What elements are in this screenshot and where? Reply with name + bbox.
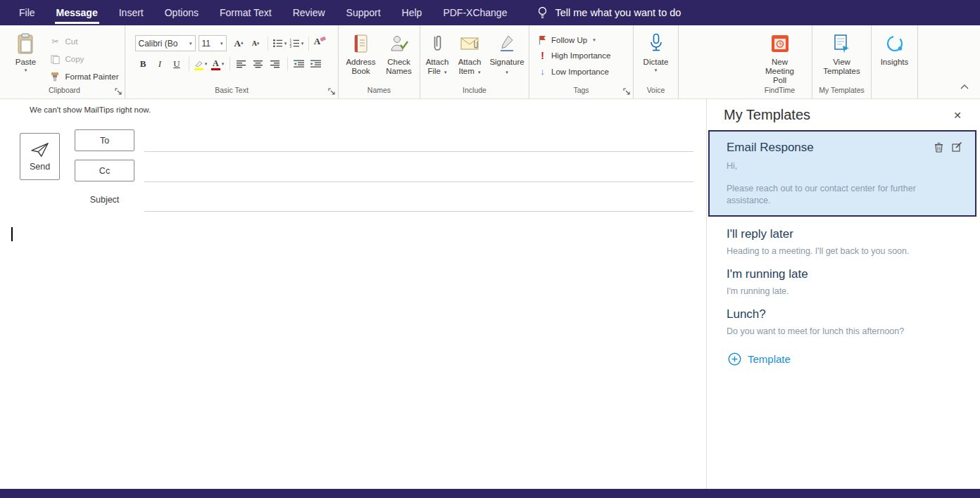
include-group-label: Include xyxy=(463,86,486,94)
basic-text-dialog-launcher-icon[interactable] xyxy=(327,87,336,96)
ribbon-spacer xyxy=(679,25,748,98)
format-painter-button[interactable]: Format Painter xyxy=(47,70,120,84)
address-book-button[interactable]: Address Book xyxy=(341,29,381,76)
ribbon-group-findtime: New Meeting Poll FindTime xyxy=(748,25,812,98)
dropdown-caret-icon: ▾ xyxy=(222,61,225,67)
align-center-button[interactable] xyxy=(251,56,267,72)
template-body: Heading to a meeting. I'll get back to y… xyxy=(727,245,963,257)
microphone-icon xyxy=(649,31,663,56)
dropdown-caret-icon: ▾ xyxy=(478,70,481,75)
dictate-button[interactable]: Dictate ▾ xyxy=(638,29,674,73)
bold-button[interactable]: B xyxy=(135,56,151,72)
ribbon-group-names: Address Book Check Names Names xyxy=(339,25,420,98)
font-name-value: Calibri (Bo xyxy=(139,39,178,49)
insights-button[interactable]: Insights xyxy=(877,29,913,67)
attach-item-button[interactable]: Attach Item ▾ xyxy=(453,29,486,77)
paste-label: Paste xyxy=(15,58,36,67)
font-color-button[interactable]: A ▾ xyxy=(210,56,226,72)
ribbon-group-voice: Dictate ▾ Voice xyxy=(634,25,679,98)
to-button[interactable]: To xyxy=(75,129,134,151)
template-item[interactable]: I'll reply later Heading to a meeting. I… xyxy=(707,217,980,257)
follow-up-button[interactable]: Follow Up ▾ xyxy=(538,35,596,45)
view-templates-label: View Templates xyxy=(820,58,864,76)
decrease-indent-button[interactable] xyxy=(291,56,308,72)
my-templates-group-label: My Templates xyxy=(819,86,865,94)
template-item[interactable]: Lunch? Do you want to meet for lunch thi… xyxy=(707,297,980,337)
clipboard-dialog-launcher-icon[interactable] xyxy=(114,87,122,96)
attach-file-button[interactable]: Attach File ▾ xyxy=(421,29,453,77)
copy-button[interactable]: Copy xyxy=(47,52,86,66)
align-left-button[interactable] xyxy=(234,56,250,72)
message-body[interactable] xyxy=(0,220,706,489)
divider xyxy=(308,37,309,51)
grow-font-button[interactable]: A▾ xyxy=(231,36,247,51)
check-names-button[interactable]: Check Names xyxy=(381,29,417,76)
cut-label: Cut xyxy=(65,37,77,46)
tab-review[interactable]: Review xyxy=(282,0,336,25)
dropdown-caret-icon: ▾ xyxy=(220,40,223,46)
subject-label: Subject xyxy=(75,195,134,205)
numbering-button[interactable]: 123 ▾ xyxy=(289,36,305,51)
signature-button[interactable]: Signature▾ xyxy=(486,29,528,76)
shrink-font-button[interactable]: A▾ xyxy=(248,36,264,51)
findtime-group-label: FindTime xyxy=(765,86,795,94)
tab-help[interactable]: Help xyxy=(391,0,433,25)
divider xyxy=(189,57,189,71)
close-pane-icon[interactable]: ✕ xyxy=(949,108,966,122)
address-book-icon xyxy=(353,31,370,56)
template-card-selected[interactable]: Email Response Hi, Please reach out to o… xyxy=(708,130,976,217)
my-templates-pane: My Templates ✕ Email Response xyxy=(707,99,980,489)
to-field[interactable] xyxy=(144,136,693,152)
send-button[interactable]: Send xyxy=(20,133,60,180)
delete-template-icon[interactable] xyxy=(934,142,943,153)
template-item[interactable]: I'm running late I'm running late. xyxy=(707,257,980,297)
low-importance-button[interactable]: ↓ Low Importance xyxy=(538,66,609,77)
insights-label: Insights xyxy=(881,58,909,67)
subject-field[interactable] xyxy=(144,196,693,212)
increase-indent-button[interactable] xyxy=(308,56,325,72)
high-importance-button[interactable]: ! High Importance xyxy=(538,50,610,61)
tags-dialog-launcher-icon[interactable] xyxy=(622,87,631,96)
font-size-select[interactable]: 11▾ xyxy=(199,35,227,51)
bottom-bar xyxy=(0,489,980,498)
cc-field[interactable] xyxy=(144,167,693,182)
envelope-attachment-icon xyxy=(460,31,479,56)
template-body: Do you want to meet for lunch this after… xyxy=(727,326,963,337)
tab-pdf-xchange[interactable]: PDF-XChange xyxy=(432,0,517,25)
underline-button[interactable]: U xyxy=(169,56,185,72)
dropdown-caret-icon: ▾ xyxy=(205,61,208,67)
signature-label: Signature xyxy=(489,58,524,66)
chevron-up-icon xyxy=(960,84,969,89)
clear-formatting-button[interactable]: A xyxy=(313,36,329,51)
font-name-select[interactable]: Calibri (Bo▾ xyxy=(135,35,196,51)
tab-support[interactable]: Support xyxy=(336,0,391,25)
view-templates-button[interactable]: View Templates xyxy=(819,29,865,76)
edit-template-icon[interactable] xyxy=(952,142,962,153)
align-right-button[interactable] xyxy=(268,56,284,72)
tell-me-search[interactable]: Tell me what you want to do xyxy=(537,6,681,19)
high-importance-label: High Importance xyxy=(551,51,610,60)
template-title: I'm running late xyxy=(727,267,963,282)
tab-file[interactable]: File xyxy=(8,0,46,25)
cc-button[interactable]: Cc xyxy=(75,160,134,181)
new-meeting-poll-button[interactable]: New Meeting Poll xyxy=(757,29,803,85)
tab-format-text[interactable]: Format Text xyxy=(209,0,282,25)
paste-button[interactable]: Paste ▾ xyxy=(9,29,42,73)
italic-button[interactable]: I xyxy=(152,56,168,72)
text-highlight-button[interactable]: ▾ xyxy=(193,56,209,72)
divider xyxy=(268,37,268,51)
tab-insert[interactable]: Insert xyxy=(108,0,154,25)
text-cursor xyxy=(11,227,13,241)
divider xyxy=(230,57,230,71)
template-body-line: Hi, xyxy=(727,160,962,172)
cut-button[interactable]: ✂ Cut xyxy=(47,34,80,49)
add-template-button[interactable]: Template xyxy=(728,352,980,366)
tags-group-label: Tags xyxy=(573,86,589,94)
signature-pen-icon xyxy=(498,31,515,56)
tab-options[interactable]: Options xyxy=(154,0,209,25)
names-group-label: Names xyxy=(367,86,391,94)
ribbon-group-clipboard: Paste ▾ ✂ Cut Copy xyxy=(4,25,125,98)
collapse-ribbon-button[interactable] xyxy=(959,78,970,94)
bullets-button[interactable]: ▾ xyxy=(272,36,288,51)
tab-message[interactable]: Message xyxy=(46,0,108,25)
